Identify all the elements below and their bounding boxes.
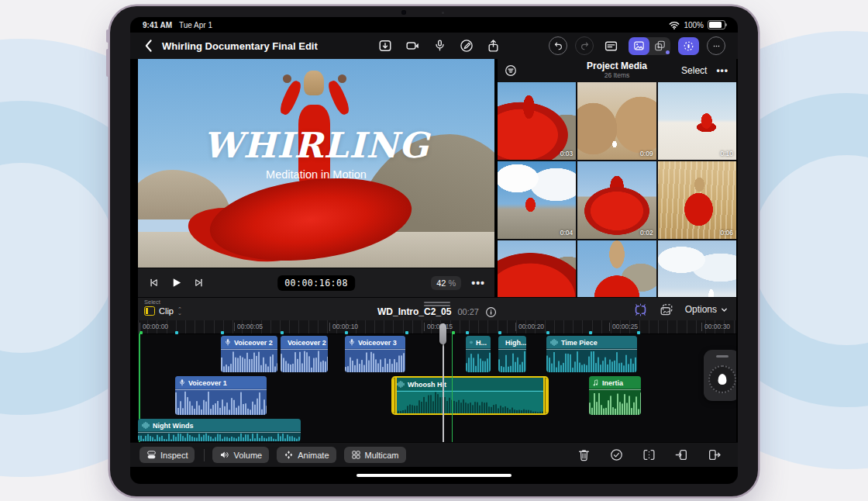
clip-waveform	[546, 350, 637, 372]
more-button[interactable]	[707, 36, 725, 55]
clip-boundary-marker	[637, 331, 640, 334]
viewer[interactable]: WHIRLING Meditation in Motion	[138, 59, 494, 268]
record-voiceover-button[interactable]	[433, 39, 446, 53]
multicam-button[interactable]: Multicam	[344, 447, 406, 463]
clip-label: Time Piece	[546, 336, 637, 348]
browser-segment	[629, 37, 670, 55]
media-thumbnail-canyon-white-dancer[interactable]: 0:09	[577, 82, 656, 160]
previous-frame-button[interactable]	[149, 278, 159, 288]
delete-clip-button[interactable]	[577, 448, 591, 461]
timeline[interactable]: 00:00:0000:00:0500:00:1000:00:1500:00:20…	[138, 320, 736, 442]
clip-waveform	[221, 350, 277, 372]
tool-selector[interactable]: Select Clip ⌃⌄	[144, 299, 182, 316]
jog-wheel-toggle-button[interactable]	[678, 37, 699, 55]
media-thumbnail-red-skirt-swirl[interactable]	[498, 240, 576, 297]
battery-icon	[708, 20, 725, 29]
inspect-button[interactable]: Inspect	[140, 447, 195, 463]
redo-button[interactable]	[575, 36, 594, 55]
home-indicator[interactable]	[356, 474, 512, 478]
jog-wheel[interactable]	[704, 350, 736, 401]
viewer-zoom-control[interactable]: 42%	[431, 276, 461, 290]
trim-clip-button[interactable]	[642, 448, 656, 461]
top-button	[106, 29, 109, 43]
clip-label: Whoosh Hit	[393, 378, 547, 390]
viewer-more-button[interactable]: •••	[471, 277, 485, 289]
insert-clip-button[interactable]	[675, 448, 688, 461]
timeline-clip-voiceover-1[interactable]: Voiceover 1	[175, 376, 267, 415]
thumbnail-duration: 0:02	[640, 229, 653, 237]
media-thumbnail-red-dancer-rock[interactable]: 0:03	[498, 82, 576, 160]
media-thumbnail-red-man-tall-hat[interactable]	[577, 240, 656, 297]
next-frame-button[interactable]	[194, 278, 204, 288]
volume-button[interactable]: Volume	[212, 447, 269, 463]
dancer-hat	[304, 71, 324, 95]
clip-boundary-marker	[498, 331, 501, 334]
media-browser-button[interactable]	[629, 37, 649, 55]
media-thumbnail-badlands-red-dancer[interactable]: 0:02	[577, 161, 656, 239]
timeline-ruler[interactable]: 00:00:0000:00:0500:00:1000:00:1500:00:20…	[138, 320, 736, 334]
titles-button[interactable]	[604, 40, 618, 53]
media-grid: 0:030:090:100:040:020:06	[498, 82, 736, 297]
media-thumbnail-cloudy-hills-red-dancer[interactable]: 0:04	[498, 161, 576, 239]
magnetic-timeline-button[interactable]	[633, 303, 648, 316]
pencil-tool-button[interactable]	[460, 39, 474, 53]
clip-waveform	[466, 350, 491, 372]
volume-buttons	[106, 49, 109, 77]
thumbnail-duration: 0:09	[640, 150, 653, 157]
jog-wheel-dial[interactable]	[708, 365, 736, 393]
timeline-clip-time-piece[interactable]: Time Piece	[546, 336, 637, 372]
share-button[interactable]	[487, 39, 500, 53]
project-media-panel: Project Media 26 Items Select ••• 0:030:…	[498, 59, 736, 297]
media-thumbnail-white-dancer-clouds[interactable]	[658, 240, 736, 297]
timeline-clip-night-winds[interactable]: Night Winds	[138, 419, 301, 441]
clip-label: H...	[466, 336, 491, 348]
timeline-clip-inertia[interactable]: Inertia	[589, 376, 641, 415]
clip-waveform	[175, 390, 267, 415]
video-subtitle-text: Meditation in Motion	[138, 168, 494, 181]
play-button[interactable]	[170, 277, 182, 289]
clip-boundary-marker	[589, 331, 592, 334]
select-button[interactable]: Select	[681, 65, 707, 76]
animate-button[interactable]: Animate	[277, 447, 336, 463]
timeline-clip-voiceover-2[interactable]: Voiceover 2	[221, 336, 277, 372]
timeline-clip-voiceover-3[interactable]: Voiceover 3	[345, 336, 405, 372]
media-thumbnail-golden-reeds-man[interactable]: 0:06	[658, 161, 736, 239]
clip-boundary-marker	[546, 331, 549, 334]
media-thumbnail-salt-flat-red-dancer[interactable]: 0:10	[658, 82, 736, 160]
timecode-display[interactable]: 00:00:16:08	[277, 275, 355, 291]
date: Tue Apr 1	[179, 21, 212, 29]
timeline-clip-high[interactable]: High...	[498, 336, 526, 372]
dancer-hand	[338, 74, 346, 83]
edit-toolbar: Inspect Volume Animate Multicam	[130, 442, 738, 467]
battery-percent: 100%	[684, 21, 704, 29]
playhead-handle[interactable]	[439, 323, 446, 344]
timeline-clip-voiceover-2[interactable]: Voiceover 2	[281, 336, 328, 372]
import-media-button[interactable]	[378, 39, 392, 53]
back-button[interactable]	[144, 39, 153, 53]
jog-wheel-pointer	[718, 374, 726, 385]
effects-browser-button[interactable]	[649, 37, 670, 55]
project-title: Whirling Documentary Final Edit	[162, 40, 318, 52]
options-button[interactable]: Options	[685, 304, 728, 315]
clip-boundary-marker	[221, 331, 224, 334]
ruler-label: 00:00:30	[701, 323, 730, 331]
enable-clip-button[interactable]	[610, 448, 623, 461]
clip-waveform	[138, 433, 301, 441]
clock: 9:41 AM	[143, 21, 172, 29]
timeline-clip-h[interactable]: H...	[466, 336, 491, 372]
thumbnail-duration: 0:10	[720, 150, 733, 157]
effects-badge	[666, 50, 670, 54]
clip-waveform	[281, 350, 328, 372]
append-clip-button[interactable]	[708, 448, 721, 461]
clip-label: Inertia	[589, 376, 641, 389]
clip-info-button[interactable]	[485, 306, 497, 318]
ruler-label: 00:00:05	[234, 323, 263, 331]
thumbnail-duration: 0:04	[560, 229, 574, 237]
toolbar-divider	[204, 449, 205, 461]
undo-button[interactable]	[549, 36, 567, 55]
overlay-view-button[interactable]	[660, 303, 673, 316]
jog-wheel-grab-handle[interactable]	[716, 355, 728, 358]
timeline-clip-whoosh-hit[interactable]: Whoosh Hit	[391, 376, 549, 415]
media-more-button[interactable]: •••	[716, 65, 728, 76]
record-video-button[interactable]	[405, 39, 420, 53]
